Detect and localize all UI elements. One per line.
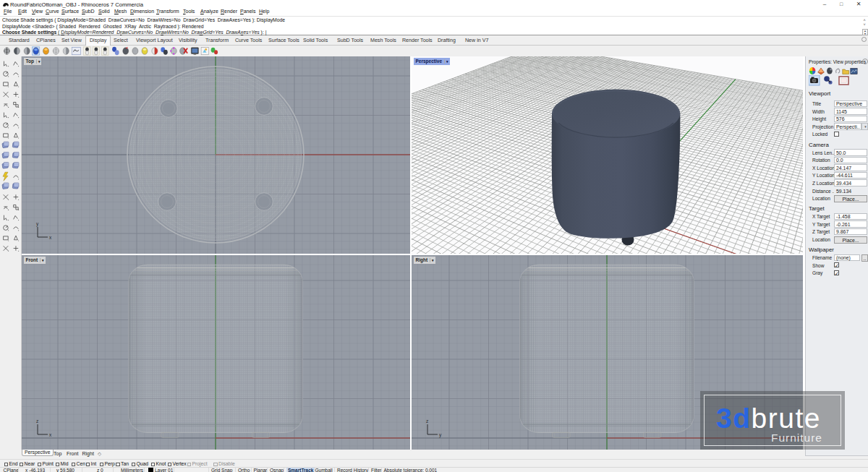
svg-text:y: y: [439, 432, 442, 438]
svg-text:z: z: [36, 419, 38, 424]
svg-text:y: y: [36, 221, 39, 227]
svg-text:x: x: [49, 432, 52, 437]
svg-text:x: x: [49, 235, 52, 240]
svg-text:z: z: [426, 419, 428, 424]
